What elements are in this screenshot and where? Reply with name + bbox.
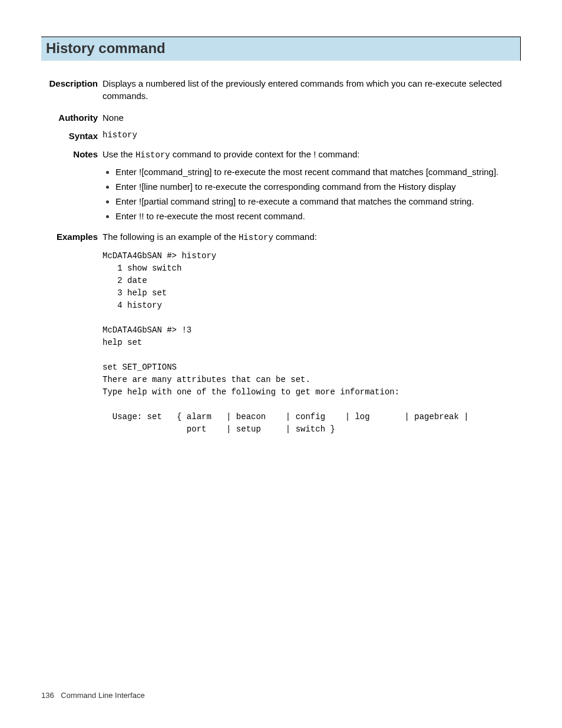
description-row: Description Displays a numbered list of … <box>41 77 521 106</box>
section-title-bar: History command <box>41 37 521 61</box>
notes-bullet: Enter !! to re-execute the most recent c… <box>115 210 521 222</box>
notes-intro-post: command to provide context for the ! com… <box>170 149 360 159</box>
examples-value: The following is an example of the Histo… <box>103 230 521 436</box>
notes-bullets: Enter ![command_string] to re-execute th… <box>103 166 521 222</box>
page-footer: 136 Command Line Interface <box>41 690 145 701</box>
notes-bullet: Enter ![command_string] to re-execute th… <box>115 166 521 178</box>
section-title: History command <box>46 38 520 58</box>
footer-section: Command Line Interface <box>61 691 144 700</box>
examples-intro: The following is an example of the Histo… <box>103 230 521 244</box>
page-number: 136 <box>41 691 54 700</box>
examples-intro-post: command: <box>273 232 317 242</box>
syntax-label: Syntax <box>41 130 103 142</box>
notes-row: Notes Use the History command to provide… <box>41 148 521 225</box>
notes-bullet: Enter ![partial command string] to re-ex… <box>115 195 521 207</box>
description-text: Displays a numbered list of the previous… <box>103 77 521 102</box>
description-label: Description <box>41 77 103 90</box>
description-value: Displays a numbered list of the previous… <box>103 77 521 106</box>
notes-intro: Use the History command to provide conte… <box>103 148 521 162</box>
syntax-row: Syntax history <box>41 130 521 142</box>
examples-row: Examples The following is an example of … <box>41 230 521 436</box>
notes-value: Use the History command to provide conte… <box>103 148 521 225</box>
authority-row: Authority None <box>41 111 521 124</box>
examples-label: Examples <box>41 230 103 243</box>
document-page: History command Description Displays a n… <box>0 0 562 728</box>
examples-code: McDATA4GbSAN #> history 1 show switch 2 … <box>103 250 521 436</box>
examples-intro-pre: The following is an example of the <box>103 232 239 242</box>
syntax-value: history <box>103 130 521 141</box>
notes-intro-code: History <box>135 150 170 160</box>
notes-intro-pre: Use the <box>103 149 135 159</box>
authority-value: None <box>103 111 521 124</box>
examples-intro-code: History <box>239 233 273 242</box>
authority-label: Authority <box>41 111 103 124</box>
notes-bullet: Enter ![line number] to re-execute the c… <box>115 180 521 193</box>
notes-label: Notes <box>41 148 103 160</box>
